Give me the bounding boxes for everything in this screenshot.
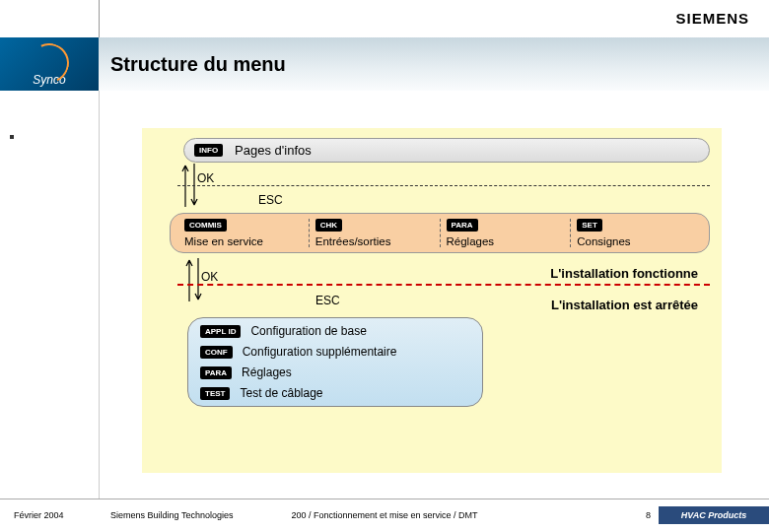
synco-logo: Synco bbox=[0, 37, 99, 91]
level2-row: COMMIS Mise en service CHK Entrées/sorti… bbox=[170, 213, 710, 253]
level3-panel: APPL ID Configuration de base CONF Confi… bbox=[187, 317, 483, 407]
applid-label: Configuration de base bbox=[250, 324, 366, 338]
set-label: Consignes bbox=[577, 235, 630, 247]
page-title: Structure du menu bbox=[110, 53, 286, 76]
footer-brand: HVAC Products bbox=[659, 506, 769, 524]
row-test: TEST Test de câblage bbox=[200, 386, 470, 400]
commis-label: Mise en service bbox=[184, 235, 263, 247]
dashed-line-1 bbox=[177, 185, 710, 186]
dashed-line-2 bbox=[177, 284, 710, 286]
footer-doc: 200 / Fonctionnement et mise en service … bbox=[291, 510, 477, 520]
footer-page: 8 bbox=[646, 510, 651, 520]
test-label: Test de câblage bbox=[240, 386, 322, 400]
siemens-logo: SIEMENS bbox=[675, 10, 749, 27]
col-chk: CHK Entrées/sorties bbox=[310, 219, 440, 247]
lcd-badge-info: INFO bbox=[194, 144, 223, 157]
footer: Février 2004 Siemens Building Technologi… bbox=[0, 499, 769, 532]
ok-label-1: OK bbox=[197, 171, 214, 185]
ok-label-2: OK bbox=[201, 270, 218, 284]
col-set: SET Consignes bbox=[571, 219, 701, 247]
lcd-badge-para2: PARA bbox=[200, 366, 232, 379]
lcd-badge-chk: CHK bbox=[315, 219, 342, 232]
col-commis: COMMIS Mise en service bbox=[178, 219, 309, 247]
para-label: Réglages bbox=[447, 235, 495, 247]
footer-divider bbox=[0, 499, 769, 499]
level1-info: INFO Pages d'infos bbox=[183, 138, 710, 163]
chk-label: Entrées/sorties bbox=[315, 235, 391, 247]
info-pill: INFO Pages d'infos bbox=[183, 138, 710, 163]
header: SIEMENS bbox=[0, 0, 769, 37]
bullet-icon bbox=[10, 135, 14, 139]
content-divider bbox=[99, 91, 100, 499]
level2-pill: COMMIS Mise en service CHK Entrées/sorti… bbox=[170, 213, 710, 253]
status-running: L'installation fonctionne bbox=[550, 266, 698, 281]
row-para2: PARA Réglages bbox=[200, 366, 470, 379]
footer-date: Février 2004 bbox=[14, 510, 64, 520]
para2-label: Réglages bbox=[242, 366, 292, 379]
lcd-badge-conf: CONF bbox=[200, 346, 233, 359]
synco-arc-icon bbox=[24, 37, 74, 88]
status-stopped: L'installation est arrêtée bbox=[551, 298, 698, 312]
footer-company: Siemens Building Technologies bbox=[110, 510, 233, 520]
esc-label-2: ESC bbox=[315, 294, 340, 307]
lcd-badge-applid: APPL ID bbox=[200, 325, 241, 338]
menu-diagram: INFO Pages d'infos OK ESC COMMIS Mise en… bbox=[142, 128, 722, 473]
row-applid: APPL ID Configuration de base bbox=[200, 324, 470, 338]
row-conf: CONF Configuration supplémentaire bbox=[200, 345, 470, 359]
conf-label: Configuration supplémentaire bbox=[243, 345, 397, 359]
lcd-badge-commis: COMMIS bbox=[184, 219, 227, 232]
col-para: PARA Réglages bbox=[441, 219, 571, 247]
lcd-badge-set: SET bbox=[577, 219, 602, 232]
info-label: Pages d'infos bbox=[235, 143, 312, 158]
lcd-badge-test: TEST bbox=[200, 387, 230, 400]
content: INFO Pages d'infos OK ESC COMMIS Mise en… bbox=[0, 91, 769, 499]
level3-pill: APPL ID Configuration de base CONF Confi… bbox=[187, 317, 483, 407]
title-bar: Structure du menu bbox=[99, 37, 769, 91]
esc-label-1: ESC bbox=[258, 193, 283, 207]
lcd-badge-para: PARA bbox=[447, 219, 478, 232]
